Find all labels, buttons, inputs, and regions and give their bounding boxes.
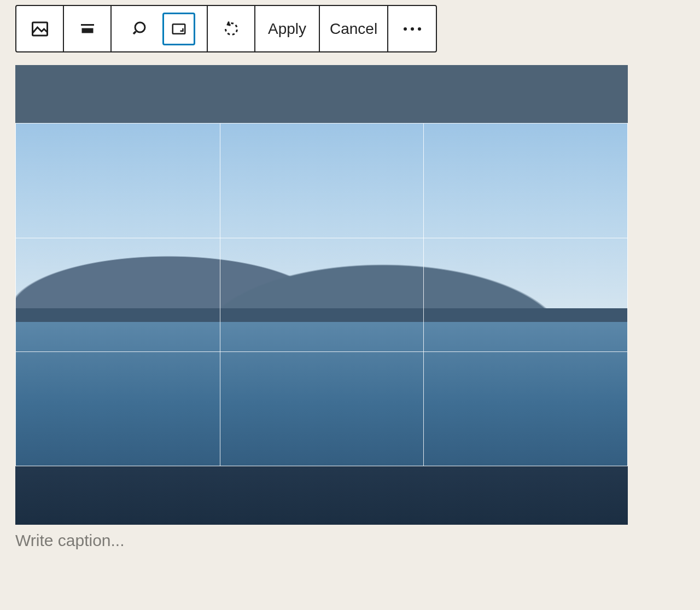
rotate-button[interactable]: [208, 6, 255, 51]
aspect-ratio-button[interactable]: [162, 13, 195, 45]
grid-line: [16, 238, 627, 238]
rotate-icon: [221, 19, 241, 39]
zoom-crop-group: [112, 6, 208, 51]
more-options-button[interactable]: [388, 6, 436, 51]
grid-line: [220, 124, 220, 466]
cancel-label: Cancel: [330, 20, 377, 38]
image-crop-stage[interactable]: [15, 65, 628, 525]
cancel-button[interactable]: Cancel: [320, 6, 388, 51]
caption-input[interactable]: Write caption...: [15, 531, 628, 550]
svg-rect-2: [81, 28, 93, 33]
image-icon: [30, 19, 50, 39]
grid-line: [16, 351, 627, 352]
crop-mask-bottom: [15, 466, 628, 525]
align-button[interactable]: [64, 6, 112, 51]
crop-mask-top: [15, 65, 628, 123]
svg-point-3: [135, 22, 145, 32]
apply-button[interactable]: Apply: [255, 6, 320, 51]
zoom-icon: [132, 19, 151, 39]
block-toolbar: Apply Cancel: [15, 5, 437, 52]
svg-line-4: [133, 31, 136, 34]
apply-label: Apply: [268, 20, 306, 38]
crop-frame[interactable]: [15, 123, 628, 466]
image-block-button[interactable]: [16, 6, 64, 51]
more-icon: [404, 27, 421, 31]
zoom-button[interactable]: [123, 10, 160, 48]
grid-line: [423, 124, 424, 466]
aspect-ratio-icon: [171, 21, 187, 37]
align-icon: [78, 19, 97, 39]
